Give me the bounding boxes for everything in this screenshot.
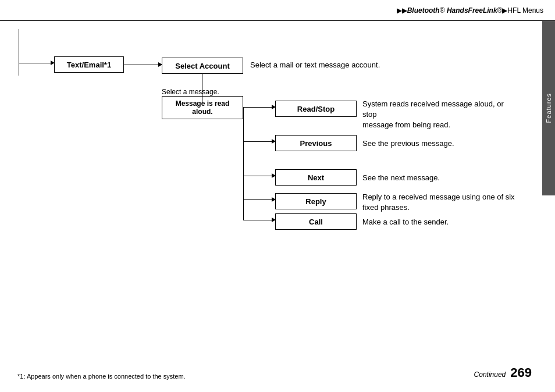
arrow-to-email xyxy=(19,63,54,63)
continued-label: Continued xyxy=(474,370,506,379)
desc-call: Make a call to the sender. xyxy=(362,217,449,227)
page-header: ▶▶Bluetooth® HandsFreeLink®▶HFL Menus xyxy=(0,0,555,21)
call-desc: Make a call to the sender. xyxy=(362,218,449,226)
box-call: Call xyxy=(275,213,357,230)
features-side-tab: Features xyxy=(542,21,555,195)
desc-previous: See the previous message. xyxy=(362,138,454,149)
select-account-desc: Select a mail or text message account. xyxy=(250,60,380,69)
select-account-label: Select Account xyxy=(175,62,229,70)
header-text: ▶▶Bluetooth® HandsFreeLink®▶HFL Menus xyxy=(397,6,543,15)
page-number: 269 xyxy=(510,365,532,380)
arrow-to-reply xyxy=(243,199,275,200)
desc-select-account: Select a mail or text message account. xyxy=(250,60,380,70)
header-handsfreelink: HandsFreeLink xyxy=(445,6,497,15)
vert-line-menu xyxy=(243,107,244,220)
arrow-to-select-account xyxy=(124,65,162,65)
box-reply: Reply xyxy=(275,193,357,209)
box-previous: Previous xyxy=(275,135,357,151)
box-message-read: Message is read aloud. xyxy=(162,96,243,119)
footnote-text: *1: Appears only when a phone is connect… xyxy=(17,373,186,380)
arrow-to-next xyxy=(243,176,275,176)
side-tab-label: Features xyxy=(545,93,552,123)
next-desc: See the next message. xyxy=(362,173,440,182)
footer-page-area: Continued 269 xyxy=(474,365,532,380)
select-message-desc: Select a message. xyxy=(162,88,219,96)
header-bluetooth: Bluetooth xyxy=(407,6,440,15)
message-read-label: Message is read aloud. xyxy=(176,99,230,116)
left-vertical-line xyxy=(19,29,19,76)
next-label: Next xyxy=(308,173,324,182)
previous-desc: See the previous message. xyxy=(362,139,454,148)
reply-label: Reply xyxy=(305,197,326,206)
read-stop-desc: System reads received message aloud, or … xyxy=(362,99,504,129)
arrow-to-previous xyxy=(243,141,275,142)
desc-reply: Reply to a received message using one of… xyxy=(362,192,515,213)
header-hfl-menus: ▶HFL Menus xyxy=(502,6,543,15)
box-select-account: Select Account xyxy=(162,58,243,74)
text-email-label: Text/Email*1 xyxy=(67,60,111,69)
box-next: Next xyxy=(275,169,357,186)
page-footer: *1: Appears only when a phone is connect… xyxy=(0,372,555,380)
box-read-stop: Read/Stop xyxy=(275,101,357,117)
header-reg1: ® xyxy=(440,6,445,15)
arrow-to-read-stop xyxy=(243,107,275,108)
diagram-area: Text/Email*1 Select Account Select a mai… xyxy=(17,29,532,357)
read-stop-label: Read/Stop xyxy=(297,105,335,113)
desc-read-stop: System reads received message aloud, or … xyxy=(362,99,514,131)
previous-label: Previous xyxy=(300,139,332,148)
call-label: Call xyxy=(309,218,323,226)
desc-next: See the next message. xyxy=(362,173,440,183)
arrow-to-call xyxy=(243,220,275,220)
reply-desc: Reply to a received message using one of… xyxy=(362,193,515,212)
box-text-email: Text/Email*1 xyxy=(54,56,124,73)
